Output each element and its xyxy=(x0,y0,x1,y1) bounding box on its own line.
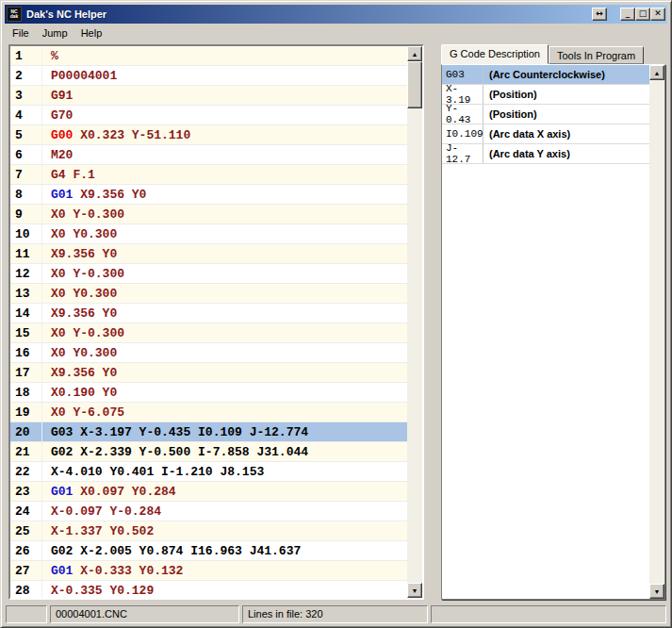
line-number: 7 xyxy=(10,165,42,184)
line-text: G4 F.1 xyxy=(42,168,95,182)
code-line-11[interactable]: 11X9.356 Y0 xyxy=(10,244,407,264)
line-text: G01 X9.356 Y0 xyxy=(42,188,146,202)
code-scrollbar[interactable]: ▲ ▼ xyxy=(407,46,422,598)
line-number: 12 xyxy=(10,264,42,283)
gcode-value: G03 xyxy=(442,65,484,84)
gcode-description-tabpage: G03(Arc Counterclockwise)X-3.19(Position… xyxy=(441,64,665,600)
scroll-down-icon[interactable]: ▼ xyxy=(407,583,422,598)
menu-file[interactable]: File xyxy=(6,25,36,41)
line-text: G00 X0.323 Y-51.110 xyxy=(42,128,190,142)
line-text: X9.356 Y0 xyxy=(42,306,117,321)
minimize-button[interactable]: _ xyxy=(620,8,635,21)
desc-scroll-down-icon[interactable]: ▼ xyxy=(649,584,664,599)
line-text: % xyxy=(42,49,58,63)
status-bar: 00004001.CNCLines in file: 320 xyxy=(5,603,667,624)
code-line-12[interactable]: 12X0 Y-0.300 xyxy=(10,264,407,284)
code-line-5[interactable]: 5G00 X0.323 Y-51.110 xyxy=(10,125,407,145)
code-line-4[interactable]: 4G70 xyxy=(10,106,407,125)
code-line-24[interactable]: 24X-0.097 Y-0.284 xyxy=(10,502,407,521)
code-line-27[interactable]: 27G01 X-0.333 Y0.132 xyxy=(10,561,407,581)
scroll-down-glyph: ▼ xyxy=(412,587,418,594)
code-line-19[interactable]: 19X0 Y-6.075 xyxy=(10,403,407,422)
resize-button[interactable]: ↔ xyxy=(592,8,607,21)
app-icon-text-bottom: dak xyxy=(10,14,19,19)
menu-help[interactable]: Help xyxy=(74,25,109,41)
code-line-25[interactable]: 25X-1.337 Y0.502 xyxy=(10,521,407,541)
code-scroll-thumb[interactable] xyxy=(407,61,422,108)
line-text: X-0.335 Y0.129 xyxy=(42,584,154,598)
tab-g-code-description[interactable]: G Code Description xyxy=(441,44,549,64)
line-number: 20 xyxy=(10,422,42,441)
desc-scroll-up-icon[interactable]: ▲ xyxy=(649,65,664,80)
code-line-23[interactable]: 23G01 X0.097 Y0.284 xyxy=(10,482,407,502)
line-number: 17 xyxy=(10,363,42,382)
line-text: G03 X-3.197 Y-0.435 I0.109 J-12.774 xyxy=(42,425,308,439)
code-line-21[interactable]: 21G02 X-2.339 Y-0.500 I-7.858 J31.044 xyxy=(10,442,407,462)
gcode-desc: (Position) xyxy=(484,105,537,124)
gcode-desc: (Arc Counterclockwise) xyxy=(484,65,605,84)
code-line-8[interactable]: 8G01 X9.356 Y0 xyxy=(10,185,407,205)
code-line-13[interactable]: 13X0 Y0.300 xyxy=(10,284,407,304)
tab-strip: G Code DescriptionTools In Program xyxy=(441,44,665,64)
code-line-7[interactable]: 7G4 F.1 xyxy=(10,165,407,185)
gcode-value: I0.109 xyxy=(442,124,484,143)
description-scrollbar[interactable]: ▲ ▼ xyxy=(649,65,664,599)
code-line-9[interactable]: 9X0 Y-0.300 xyxy=(10,205,407,224)
line-number: 13 xyxy=(10,284,42,303)
line-number: 22 xyxy=(10,462,42,481)
code-line-15[interactable]: 15X0 Y-0.300 xyxy=(10,323,407,343)
code-line-18[interactable]: 18X0.190 Y0 xyxy=(10,383,407,403)
line-number: 16 xyxy=(10,343,42,362)
gcode-row[interactable]: Y-0.43(Position) xyxy=(442,105,649,124)
gcode-desc: (Arc data X axis) xyxy=(484,124,570,143)
line-number: 9 xyxy=(10,205,42,223)
desc-scroll-track[interactable] xyxy=(649,80,664,584)
line-number: 28 xyxy=(10,581,42,598)
gcode-row[interactable]: J-12.7(Arc data Y axis) xyxy=(442,144,649,164)
gcode-row[interactable]: G03(Arc Counterclockwise) xyxy=(442,65,649,85)
code-line-2[interactable]: 2P00004001 xyxy=(10,66,407,86)
scroll-up-icon[interactable]: ▲ xyxy=(407,46,422,61)
line-number: 10 xyxy=(10,224,42,243)
code-line-28[interactable]: 28X-0.335 Y0.129 xyxy=(10,581,407,598)
title-bar[interactable]: NC dak Dak's NC Helper ↔_□✕ xyxy=(5,5,667,24)
code-line-6[interactable]: 6M20 xyxy=(10,145,407,165)
app-window: NC dak Dak's NC Helper ↔_□✕ FileJumpHelp… xyxy=(0,0,672,628)
tab-tools-in-program[interactable]: Tools In Program xyxy=(549,46,644,64)
code-line-26[interactable]: 26G02 X-2.005 Y0.874 I16.963 J41.637 xyxy=(10,541,407,561)
code-line-20[interactable]: 20G03 X-3.197 Y-0.435 I0.109 J-12.774 xyxy=(10,422,407,442)
gcode-row[interactable]: I0.109(Arc data X axis) xyxy=(442,124,649,144)
status-spacer xyxy=(6,605,47,623)
gcode-value: X-3.19 xyxy=(442,85,484,104)
code-line-14[interactable]: 14X9.356 Y0 xyxy=(10,304,407,323)
line-number: 6 xyxy=(10,145,42,164)
code-line-22[interactable]: 22X-4.010 Y0.401 I-1.210 J8.153 xyxy=(10,462,407,482)
line-text: X0 Y-6.075 xyxy=(42,405,124,420)
line-number: 24 xyxy=(10,502,42,521)
line-number: 27 xyxy=(10,561,42,580)
line-number: 25 xyxy=(10,521,42,540)
menu-jump[interactable]: Jump xyxy=(36,25,74,41)
status-linecount: Lines in file: 320 xyxy=(242,605,428,623)
code-line-1[interactable]: 1% xyxy=(10,46,407,66)
line-number: 14 xyxy=(10,304,42,322)
code-line-17[interactable]: 17X9.356 Y0 xyxy=(10,363,407,383)
line-number: 15 xyxy=(10,323,42,342)
code-scroll-track[interactable] xyxy=(407,61,422,583)
line-number: 11 xyxy=(10,244,42,263)
maximize-button[interactable]: □ xyxy=(635,8,650,21)
line-number: 18 xyxy=(10,383,42,402)
code-line-10[interactable]: 10X0 Y0.300 xyxy=(10,224,407,244)
gcode-row[interactable]: X-3.19(Position) xyxy=(442,85,649,105)
line-text: X-1.337 Y0.502 xyxy=(42,524,154,538)
line-number: 5 xyxy=(10,125,42,144)
gcode-desc: (Arc data Y axis) xyxy=(484,144,570,163)
code-line-3[interactable]: 3G91 xyxy=(10,86,407,106)
desc-scroll-down-glyph: ▼ xyxy=(654,588,661,595)
desc-scroll-up-glyph: ▲ xyxy=(654,70,661,76)
code-line-16[interactable]: 16X0 Y0.300 xyxy=(10,343,407,363)
line-text: G02 X-2.339 Y-0.500 I-7.858 J31.044 xyxy=(42,445,308,459)
close-button[interactable]: ✕ xyxy=(650,8,665,21)
line-number: 19 xyxy=(10,403,42,421)
status-filename: 00004001.CNC xyxy=(50,605,239,623)
